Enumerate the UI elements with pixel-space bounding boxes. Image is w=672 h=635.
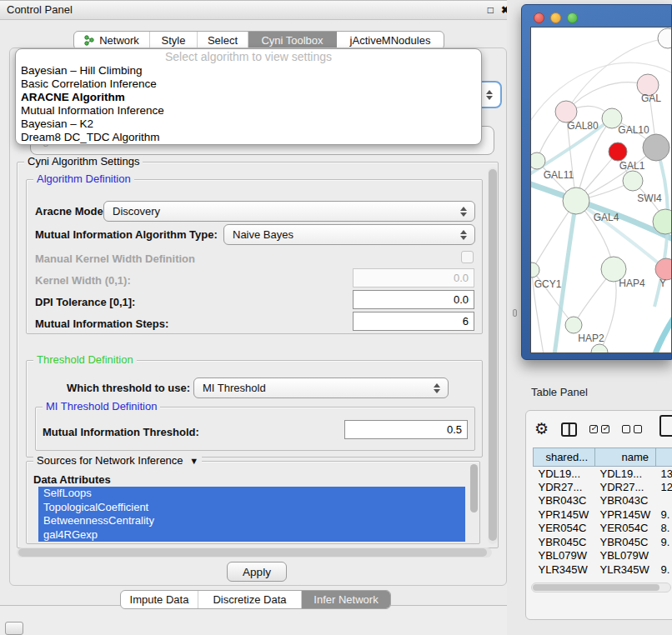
zoom-traffic-light[interactable] [567, 12, 578, 23]
node-label: HAP4 [619, 278, 645, 289]
tab-label: Cyni Toolbox [261, 34, 323, 47]
network-node[interactable] [591, 344, 608, 353]
mi-threshold-field[interactable]: 0.5 [344, 420, 468, 439]
float-window-icon[interactable]: □ [488, 4, 494, 16]
data-attributes-list[interactable]: SelfLoopsTopologicalCoefficientBetweenne… [38, 487, 465, 542]
gear-icon[interactable]: ⚙ [534, 418, 549, 441]
tab-label: Select [208, 34, 238, 47]
minimize-traffic-light[interactable] [550, 12, 561, 23]
tab-discretize-data[interactable]: Discretize Data [198, 591, 302, 608]
which-threshold-value: MI Threshold [203, 382, 266, 394]
algorithm-option[interactable]: Dream8 DC_TDC Algorithm [16, 131, 481, 144]
table-row[interactable]: YBR045CYBR045C9. [534, 535, 672, 549]
tab-label: Network [99, 34, 139, 47]
which-threshold-select[interactable]: MI Threshold [193, 378, 449, 398]
aracne-mode-select[interactable]: Discovery [103, 201, 475, 222]
algorithm-option[interactable]: Bayesian – K2 [16, 118, 481, 131]
node-label: GCY1 [534, 278, 562, 290]
mi-threshold-definition-group: MI Threshold Definition Mutual Informati… [35, 407, 475, 451]
minimized-panel-button[interactable] [5, 622, 23, 635]
network-node[interactable] [531, 262, 539, 278]
mi-type-label: Mutual Information Algorithm Type: [35, 228, 218, 241]
collapse-arrow-icon: ▼ [189, 456, 198, 466]
table-panel-window: ⚙ shared... name YDL19...YDL19...13YDR27… [525, 410, 672, 620]
table-row[interactable]: YBR043CYBR043C [534, 494, 672, 508]
dpi-tolerance-field[interactable]: 0.0 [353, 290, 474, 309]
panel-splitter-handle[interactable] [513, 309, 517, 317]
data-attribute-item[interactable]: SelfLoops [38, 487, 465, 501]
attributes-scrollbar[interactable] [470, 464, 478, 512]
table-row[interactable]: YDL19...YDL19...13 [534, 467, 672, 481]
tab-cyni-toolbox[interactable]: Cyni Toolbox [248, 32, 337, 49]
network-node[interactable] [563, 188, 589, 214]
column-header-partial[interactable] [656, 448, 672, 467]
table-row[interactable]: YIL052CYIL052C9. [534, 577, 672, 580]
mi-threshold-label: Mutual Information Threshold: [43, 426, 199, 438]
function-builder-icon[interactable] [659, 415, 672, 437]
deselect-all-columns-icon[interactable] [622, 425, 642, 433]
node-label: GAL10 [618, 124, 649, 136]
mi-algorithm-type-select[interactable]: Naive Bayes [223, 224, 475, 245]
table-row[interactable]: YDR27...YDR27...12 [534, 480, 672, 494]
network-node[interactable] [565, 317, 582, 333]
mi-steps-field[interactable]: 6 [353, 312, 474, 331]
network-node[interactable] [623, 171, 643, 191]
network-node[interactable] [658, 28, 672, 48]
algorithm-option[interactable]: ARACNE Algorithm [16, 91, 481, 104]
node-label: HAP2 [578, 332, 604, 344]
apply-button[interactable]: Apply [227, 562, 287, 582]
sources-group: Sources for Network Inference ▼ Data Att… [26, 461, 480, 544]
tab-label: Style [162, 34, 186, 47]
table-horizontal-scrollbar[interactable] [531, 582, 671, 592]
algorithm-option[interactable]: Basic Correlation Inference [16, 78, 481, 91]
tab-impute-data[interactable]: Impute Data [121, 591, 198, 608]
node-label: GAL4 [594, 212, 619, 223]
tab-label: Impute Data [130, 593, 189, 606]
algorithm-option[interactable]: Bayesian – Hill Climbing [16, 64, 481, 78]
network-node[interactable] [643, 134, 669, 161]
table-row[interactable]: YBL079WYBL079W [534, 549, 672, 563]
column-header-shared-name[interactable]: shared... [534, 448, 595, 467]
settings-vertical-scrollbar[interactable] [488, 168, 498, 544]
manual-kernel-label: Manual Kernel Width Definition [35, 252, 195, 265]
control-panel-window: Control Panel □ ✖ Network Style Select C… [0, 0, 517, 606]
settings-group-title: Cyni Algorithm Settings [24, 155, 143, 168]
manual-kernel-checkbox[interactable] [461, 251, 474, 263]
algorithm-definition-group: Algorithm Definition Aracne Mode: Discov… [26, 179, 483, 334]
tab-label: Infer Network [313, 593, 378, 606]
cyni-algorithm-settings-group: Cyni Algorithm Settings Algorithm Defini… [17, 162, 499, 548]
network-view-window: GALGAL80GAL10GAL11GAL1SWI4GAL4GCY1HAP4YH… [521, 4, 672, 360]
data-attribute-item[interactable]: gal4RGexp [38, 528, 465, 542]
which-threshold-label: Which threshold to use: [67, 382, 190, 394]
control-panel-titlebar: Control Panel □ ✖ [0, 1, 516, 20]
algorithm-dropdown-list: Bayesian – Hill ClimbingBasic Correlatio… [16, 64, 481, 144]
tab-infer-network[interactable]: Infer Network [302, 591, 390, 608]
network-node[interactable] [531, 152, 545, 169]
node-label: GAL [641, 92, 661, 104]
tab-jactivemnodules[interactable]: jActiveMNodules [337, 32, 444, 49]
table-row[interactable]: YLR345WYLR345W9. [534, 562, 672, 577]
data-attribute-item[interactable]: BetweennessCentrality [38, 514, 465, 528]
network-node[interactable] [609, 142, 627, 161]
kernel-width-field[interactable]: 0.0 [353, 268, 474, 288]
tab-select[interactable]: Select [198, 32, 248, 49]
column-header-name[interactable]: name [595, 448, 656, 467]
network-icon [84, 35, 95, 46]
sources-group-title[interactable]: Sources for Network Inference ▼ [33, 454, 202, 467]
table-row[interactable]: YPR145WYPR145W9. [534, 508, 672, 522]
select-all-columns-icon[interactable] [589, 425, 609, 433]
node-label: GAL11 [544, 169, 574, 181]
kernel-width-label: Kernel Width (0,1): [35, 274, 131, 287]
tab-network[interactable]: Network [74, 32, 150, 49]
network-canvas[interactable]: GALGAL80GAL10GAL11GAL1SWI4GAL4GCY1HAP4YH… [530, 27, 672, 353]
settings-horizontal-scrollbar[interactable] [17, 548, 492, 558]
split-columns-icon[interactable] [561, 422, 577, 437]
table-panel-title: Table Panel [531, 386, 588, 398]
data-attribute-item[interactable]: TopologicalCoefficient [38, 501, 465, 515]
algorithm-option[interactable]: Mutual Information Inference [16, 104, 481, 118]
tab-style[interactable]: Style [150, 32, 198, 49]
algorithm-definition-title: Algorithm Definition [33, 172, 134, 185]
node-table: shared... name YDL19...YDL19...13YDR27..… [533, 448, 672, 579]
table-row[interactable]: YER054CYER054C8. [534, 522, 672, 536]
close-traffic-light[interactable] [534, 12, 544, 23]
